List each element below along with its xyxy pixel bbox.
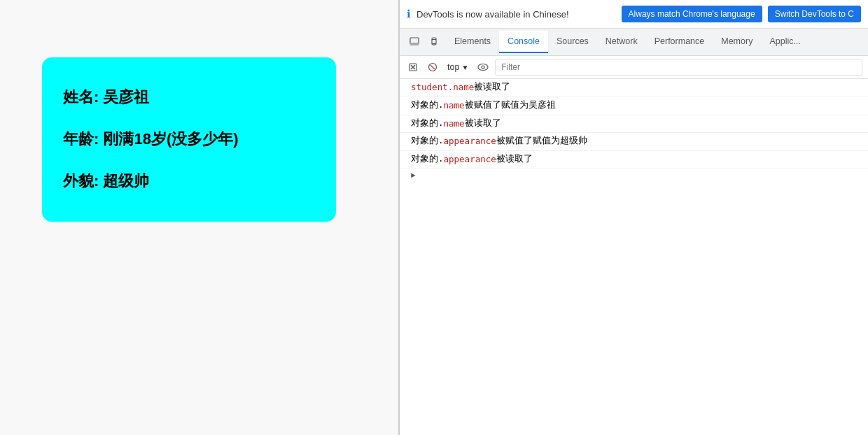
console-text-3: 被读取了 — [465, 117, 501, 131]
svg-rect-1 — [410, 43, 419, 45]
context-selector[interactable]: top ▼ — [444, 61, 471, 73]
devtools-icon-buttons — [402, 29, 446, 55]
console-filter-box[interactable] — [495, 59, 862, 76]
console-text-4: 被赋值了赋值为超级帅 — [496, 135, 587, 148]
student-age: 年龄: 刚满18岁(没多少年) — [63, 129, 315, 150]
tab-application[interactable]: Applic... — [761, 31, 808, 53]
console-code-1: student.name — [411, 81, 474, 94]
banner-btn1[interactable]: Always match Chrome's language — [622, 6, 762, 22]
console-code-5: appearance — [444, 153, 496, 166]
console-line-3: 对象的.name被读取了 — [400, 115, 868, 134]
console-prefix-3: 对象的. — [411, 117, 444, 131]
info-icon: ℹ — [407, 8, 411, 20]
svg-point-11 — [478, 64, 488, 71]
filter-icon[interactable] — [425, 59, 440, 75]
devtools-banner: ℹ DevTools is now available in Chinese! … — [400, 0, 868, 29]
eye-icon[interactable] — [475, 59, 491, 75]
console-filter-input[interactable] — [497, 61, 860, 73]
svg-line-10 — [430, 65, 435, 69]
tab-console[interactable]: Console — [499, 31, 548, 53]
student-appearance: 外貌: 超级帅 — [63, 171, 315, 192]
tab-memory[interactable]: Memory — [713, 31, 761, 53]
console-prefix-2: 对象的. — [411, 99, 444, 113]
console-text-1: 被读取了 — [474, 81, 510, 94]
svg-point-12 — [482, 66, 484, 69]
console-line-1: student.name 被读取了 — [400, 79, 868, 97]
context-label: top — [447, 62, 459, 72]
console-text-2: 被赋值了赋值为吴彦祖 — [465, 99, 556, 113]
student-name: 姓名: 吴彦祖 — [63, 87, 315, 108]
devtools-tabs-bar: Elements Console Sources Network Perform… — [400, 29, 868, 56]
tab-network[interactable]: Network — [597, 31, 646, 53]
console-code-3: name — [444, 117, 465, 131]
console-code-4: appearance — [444, 135, 496, 148]
prompt-chevron-icon: ► — [411, 171, 416, 180]
svg-point-5 — [433, 44, 434, 45]
page-area: 姓名: 吴彦祖 年龄: 刚满18岁(没多少年) 外貌: 超级帅 — [0, 0, 399, 435]
toggle-drawer-icon[interactable] — [405, 33, 424, 51]
tab-sources[interactable]: Sources — [548, 31, 597, 53]
console-prefix-5: 对象的. — [411, 153, 444, 166]
console-toolbar: top ▼ — [400, 56, 868, 79]
tab-performance[interactable]: Performance — [646, 31, 713, 53]
banner-btn2[interactable]: Switch DevTools to C — [768, 6, 861, 22]
console-output: student.name 被读取了 对象的.name被赋值了赋值为吴彦祖 对象的… — [400, 79, 868, 435]
clear-console-icon[interactable] — [405, 59, 421, 75]
banner-text: DevTools is now available in Chinese! — [416, 9, 616, 20]
console-line-4: 对象的.appearance被赋值了赋值为超级帅 — [400, 133, 868, 151]
console-prefix-4: 对象的. — [411, 135, 444, 148]
tab-elements[interactable]: Elements — [446, 31, 499, 53]
chevron-down-icon: ▼ — [461, 64, 468, 71]
console-line-2: 对象的.name被赋值了赋值为吴彦祖 — [400, 97, 868, 115]
console-text-5: 被读取了 — [496, 153, 533, 166]
device-toolbar-icon[interactable] — [425, 33, 443, 51]
console-prompt[interactable]: ► — [400, 169, 868, 182]
student-card: 姓名: 吴彦祖 年龄: 刚满18岁(没多少年) 外貌: 超级帅 — [42, 57, 336, 222]
console-code-2: name — [444, 99, 465, 113]
devtools-panel: ℹ DevTools is now available in Chinese! … — [399, 0, 868, 435]
console-line-5: 对象的.appearance被读取了 — [400, 151, 868, 169]
